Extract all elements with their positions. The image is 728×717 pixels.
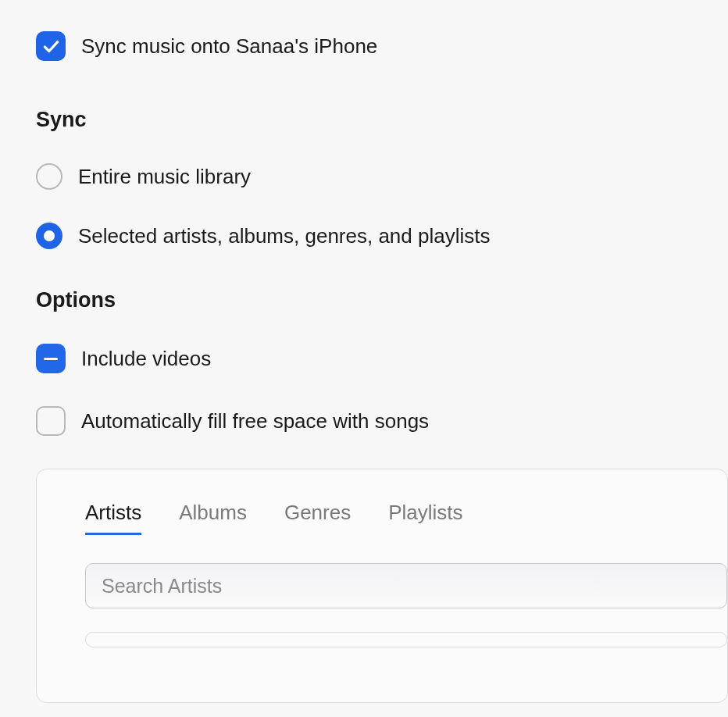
tab-albums[interactable]: Albums <box>179 501 247 535</box>
content-panel: Artists Albums Genres Playlists <box>36 469 728 703</box>
radio-selected-items[interactable] <box>36 223 62 249</box>
radio-entire-library[interactable] <box>36 163 62 190</box>
checkmark-icon <box>41 36 61 56</box>
auto-fill-row: Automatically fill free space with songs <box>36 406 728 436</box>
include-videos-label: Include videos <box>81 347 211 371</box>
panel-tabs: Artists Albums Genres Playlists <box>85 501 727 535</box>
search-artists-input[interactable] <box>85 563 727 608</box>
include-videos-row: Include videos <box>36 344 728 373</box>
radio-selected-row: Selected artists, albums, genres, and pl… <box>36 223 728 249</box>
options-header: Options <box>36 288 728 312</box>
sync-header: Sync <box>36 108 728 132</box>
include-videos-checkbox[interactable] <box>36 344 66 373</box>
radio-entire-row: Entire music library <box>36 163 728 190</box>
auto-fill-checkbox[interactable] <box>36 406 66 436</box>
tab-artists[interactable]: Artists <box>85 501 141 535</box>
sync-music-label: Sync music onto Sanaa's iPhone <box>81 34 377 59</box>
auto-fill-label: Automatically fill free space with songs <box>81 409 429 433</box>
options-section: Options Include videos Automatically fil… <box>36 288 728 436</box>
radio-entire-label: Entire music library <box>78 165 251 189</box>
radio-selected-label: Selected artists, albums, genres, and pl… <box>78 224 490 248</box>
sync-music-row: Sync music onto Sanaa's iPhone <box>36 31 728 61</box>
sync-section: Sync Entire music library Selected artis… <box>36 108 728 249</box>
tab-playlists[interactable]: Playlists <box>388 501 462 535</box>
sync-music-checkbox[interactable] <box>36 31 66 61</box>
list-container <box>85 632 727 647</box>
mixed-dash-icon <box>44 358 58 360</box>
tab-genres[interactable]: Genres <box>284 501 351 535</box>
